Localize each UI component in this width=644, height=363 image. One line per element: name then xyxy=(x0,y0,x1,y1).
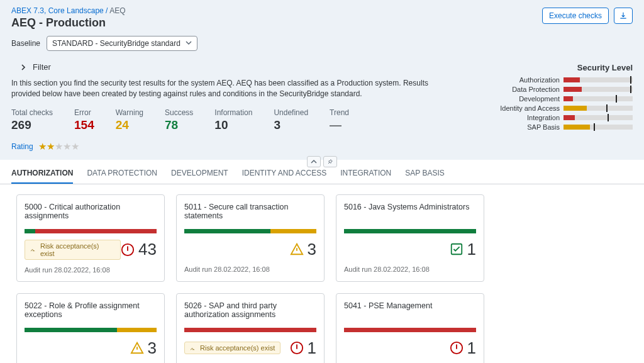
execute-checks-button[interactable]: Execute checks xyxy=(542,8,609,24)
security-row: SAP Basis xyxy=(497,123,633,131)
pin-icon xyxy=(327,159,333,165)
svg-point-10 xyxy=(296,350,297,352)
tab-data-protection[interactable]: DATA PROTECTION xyxy=(87,169,157,184)
pin-header-button[interactable] xyxy=(323,156,337,167)
result-card[interactable]: 5000 - Critical authorization assignment… xyxy=(16,194,165,282)
card-title: 5016 - Java Systems Administrators xyxy=(344,203,476,223)
tab-authorization[interactable]: AUTHORIZATION xyxy=(11,169,73,184)
baseline-label: Baseline xyxy=(11,39,40,48)
breadcrumb-current: AEQ xyxy=(109,6,125,15)
warning-icon xyxy=(130,341,144,355)
result-card[interactable]: 5011 - Secure call transaction statement… xyxy=(176,194,325,282)
signature-icon xyxy=(190,345,197,352)
card-title: 5022 - Role & Profile assignment excepti… xyxy=(25,301,157,321)
result-card[interactable]: 5026 - SAP and third party authorization… xyxy=(176,293,325,363)
security-tick xyxy=(616,95,617,103)
metric-trend: Trend— xyxy=(330,108,349,132)
security-row-label: Development xyxy=(497,95,560,103)
result-card[interactable]: 5022 - Role & Profile assignment excepti… xyxy=(16,293,165,363)
card-count: 1 xyxy=(450,240,476,259)
security-row: Integration xyxy=(497,114,633,121)
security-row: Development xyxy=(497,95,633,103)
download-icon xyxy=(619,11,628,20)
svg-point-2 xyxy=(127,252,128,254)
result-card[interactable]: 5041 - PSE Management1Audit run 28.02.20… xyxy=(336,293,484,363)
security-tick xyxy=(594,123,595,131)
card-count: 43 xyxy=(121,240,157,259)
security-row: Data Protection xyxy=(497,86,633,93)
card-progress-bar xyxy=(184,328,316,332)
card-progress-bar xyxy=(25,328,157,332)
card-title: 5041 - PSE Management xyxy=(344,301,476,321)
security-row-label: Data Protection xyxy=(497,86,560,93)
chevron-down-icon xyxy=(186,39,192,48)
card-progress-bar xyxy=(184,229,316,233)
chevron-up-icon xyxy=(311,159,317,165)
tab-integration[interactable]: INTEGRATION xyxy=(340,169,391,184)
security-bar xyxy=(564,125,633,130)
card-progress-bar xyxy=(344,229,476,233)
error-icon xyxy=(290,341,304,355)
metric-success: Success78 xyxy=(165,108,193,132)
cards-grid: 5000 - Critical authorization assignment… xyxy=(0,184,644,363)
card-count: 1 xyxy=(290,338,316,358)
security-row: Identity and Access xyxy=(497,104,633,112)
security-row-label: Authorization xyxy=(497,76,560,84)
card-title: 5026 - SAP and third party authorization… xyxy=(184,301,316,321)
download-button[interactable] xyxy=(614,8,633,24)
svg-point-7 xyxy=(136,350,137,352)
breadcrumb-link[interactable]: ABEX 7.3, Core Landscape xyxy=(11,6,104,15)
security-bar xyxy=(564,77,633,82)
security-bar xyxy=(564,87,633,92)
metric-total: Total checks269 xyxy=(11,108,53,132)
rating-stars: ★★★★★ xyxy=(38,141,79,152)
warning-icon xyxy=(290,242,304,256)
security-row: Authorization xyxy=(497,76,633,84)
security-rows: AuthorizationData ProtectionDevelopmentI… xyxy=(497,76,633,131)
result-card[interactable]: 5016 - Java Systems Administrators1Audit… xyxy=(336,194,484,282)
signature-icon xyxy=(30,246,37,253)
card-title: 5011 - Secure call transaction statement… xyxy=(184,203,316,223)
svg-point-13 xyxy=(455,350,457,352)
baseline-select[interactable]: STANDARD - SecurityBridge standard xyxy=(47,36,197,51)
metric-error: Error154 xyxy=(74,108,94,132)
risk-acceptance-badge: Risk acceptance(s) exist xyxy=(184,342,280,354)
breadcrumb: ABEX 7.3, Core Landscape / AEQ xyxy=(11,6,633,15)
star-icon: ★ xyxy=(47,141,55,152)
success-icon xyxy=(450,242,464,256)
security-row-label: SAP Basis xyxy=(497,123,560,131)
card-title: 5000 - Critical authorization assignment… xyxy=(25,203,157,223)
star-icon: ★ xyxy=(63,141,71,152)
card-audit-run: Audit run 28.02.2022, 16:08 xyxy=(344,265,476,273)
chevron-right-icon xyxy=(20,64,26,70)
security-tick xyxy=(630,86,631,93)
star-icon: ★ xyxy=(71,141,79,152)
collapse-header-button[interactable] xyxy=(307,156,321,167)
security-tick xyxy=(606,104,608,112)
card-count: 3 xyxy=(130,338,157,358)
security-row-label: Identity and Access xyxy=(497,104,560,112)
page-header: ABEX 7.3, Core Landscape / AEQ AEQ - Pro… xyxy=(0,0,644,160)
security-level-heading: Security Level xyxy=(497,63,633,72)
page-title: AEQ - Production xyxy=(11,16,633,30)
risk-acceptance-badge: Risk acceptance(s) exist xyxy=(25,240,121,260)
tab-identity-and-access[interactable]: IDENTITY AND ACCESS xyxy=(242,169,326,184)
security-tick xyxy=(630,76,631,84)
error-icon xyxy=(121,243,135,257)
tab-development[interactable]: DEVELOPMENT xyxy=(171,169,228,184)
security-tick xyxy=(608,114,609,121)
tab-sap-basis[interactable]: SAP BASIS xyxy=(405,169,444,184)
metric-warning: Warning24 xyxy=(116,108,143,132)
card-audit-run: Audit run 28.02.2022, 16:08 xyxy=(184,265,316,273)
security-bar xyxy=(564,115,633,120)
metric-undefined: Undefined3 xyxy=(274,108,308,132)
tab-bar: AUTHORIZATIONDATA PROTECTIONDEVELOPMENTI… xyxy=(0,164,644,184)
security-row-label: Integration xyxy=(497,114,560,121)
star-icon: ★ xyxy=(55,141,63,152)
card-progress-bar xyxy=(344,328,476,332)
card-progress-bar xyxy=(25,229,157,233)
card-count: 3 xyxy=(290,240,316,259)
security-bar xyxy=(564,106,633,111)
error-icon xyxy=(450,341,464,355)
rating-label: Rating xyxy=(11,142,33,151)
